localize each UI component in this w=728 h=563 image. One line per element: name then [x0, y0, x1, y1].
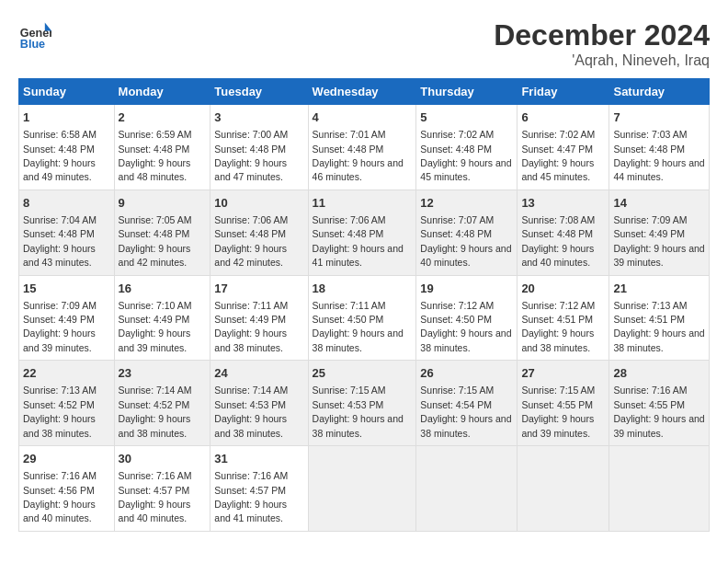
day-info: Sunrise: 7:02 AMSunset: 4:48 PMDaylight:…: [420, 129, 511, 182]
day-info: Sunrise: 7:06 AMSunset: 4:48 PMDaylight:…: [313, 214, 404, 268]
day-info: Sunrise: 7:03 AMSunset: 4:48 PMDaylight:…: [613, 129, 704, 182]
day-info: Sunrise: 7:14 AMSunset: 4:53 PMDaylight:…: [214, 385, 288, 438]
day-info: Sunrise: 7:15 AMSunset: 4:54 PMDaylight:…: [420, 385, 511, 438]
day-number: 1: [23, 109, 110, 126]
day-number: 27: [521, 365, 605, 382]
day-number: 14: [613, 195, 705, 212]
day-number: 19: [420, 281, 513, 297]
calendar-week-row: 8 Sunrise: 7:04 AMSunset: 4:48 PMDayligh…: [19, 190, 710, 275]
day-info: Sunrise: 6:59 AMSunset: 4:48 PMDaylight:…: [119, 129, 192, 182]
day-number: 31: [214, 451, 303, 467]
main-title: December 2024: [494, 18, 710, 52]
day-number: 6: [521, 109, 605, 126]
day-number: 26: [420, 365, 513, 382]
calendar-cell: 8 Sunrise: 7:04 AMSunset: 4:48 PMDayligh…: [19, 190, 115, 275]
calendar-cell: 27 Sunrise: 7:15 AMSunset: 4:55 PMDaylig…: [518, 361, 609, 446]
day-info: Sunrise: 7:01 AMSunset: 4:48 PMDaylight:…: [313, 129, 404, 182]
svg-text:Blue: Blue: [20, 38, 45, 51]
day-info: Sunrise: 7:16 AMSunset: 4:56 PMDaylight:…: [23, 470, 97, 523]
calendar-week-row: 29 Sunrise: 7:16 AMSunset: 4:56 PMDaylig…: [19, 446, 710, 532]
calendar-cell: 17 Sunrise: 7:11 AMSunset: 4:49 PMDaylig…: [210, 275, 308, 361]
day-info: Sunrise: 7:07 AMSunset: 4:48 PMDaylight:…: [420, 214, 511, 268]
calendar-cell: 25 Sunrise: 7:15 AMSunset: 4:53 PMDaylig…: [308, 361, 416, 446]
day-info: Sunrise: 7:11 AMSunset: 4:50 PMDaylight:…: [313, 300, 404, 353]
calendar-week-row: 1 Sunrise: 6:58 AMSunset: 4:48 PMDayligh…: [19, 105, 710, 190]
calendar-cell: 19 Sunrise: 7:12 AMSunset: 4:50 PMDaylig…: [416, 275, 518, 361]
day-number: 24: [214, 365, 303, 382]
calendar-cell: 14 Sunrise: 7:09 AMSunset: 4:49 PMDaylig…: [609, 190, 710, 275]
day-number: 28: [613, 365, 705, 382]
day-number: 23: [119, 365, 207, 382]
calendar-cell: 15 Sunrise: 7:09 AMSunset: 4:49 PMDaylig…: [19, 275, 115, 361]
day-info: Sunrise: 7:16 AMSunset: 4:57 PMDaylight:…: [214, 470, 288, 523]
day-info: Sunrise: 7:08 AMSunset: 4:48 PMDaylight:…: [521, 214, 595, 268]
calendar-cell: 11 Sunrise: 7:06 AMSunset: 4:48 PMDaylig…: [308, 190, 416, 275]
day-number: 8: [23, 195, 110, 212]
day-info: Sunrise: 7:00 AMSunset: 4:48 PMDaylight:…: [214, 129, 288, 182]
day-info: Sunrise: 7:10 AMSunset: 4:49 PMDaylight:…: [119, 300, 192, 353]
day-number: 25: [313, 365, 413, 382]
calendar-cell: 31 Sunrise: 7:16 AMSunset: 4:57 PMDaylig…: [210, 446, 308, 532]
day-info: Sunrise: 7:13 AMSunset: 4:51 PMDaylight:…: [613, 300, 704, 353]
calendar-cell: 10 Sunrise: 7:06 AMSunset: 4:48 PMDaylig…: [210, 190, 308, 275]
day-info: Sunrise: 7:06 AMSunset: 4:48 PMDaylight:…: [214, 214, 288, 268]
day-info: Sunrise: 7:16 AMSunset: 4:55 PMDaylight:…: [613, 385, 704, 438]
calendar-cell: 6 Sunrise: 7:02 AMSunset: 4:47 PMDayligh…: [518, 105, 609, 190]
calendar-table: SundayMondayTuesdayWednesdayThursdayFrid…: [18, 78, 710, 532]
calendar-cell: 13 Sunrise: 7:08 AMSunset: 4:48 PMDaylig…: [518, 190, 609, 275]
day-number: 9: [119, 195, 207, 212]
calendar-cell: 4 Sunrise: 7:01 AMSunset: 4:48 PMDayligh…: [308, 105, 416, 190]
calendar-cell: 20 Sunrise: 7:12 AMSunset: 4:51 PMDaylig…: [518, 275, 609, 361]
day-info: Sunrise: 6:58 AMSunset: 4:48 PMDaylight:…: [23, 129, 97, 182]
day-number: 16: [119, 281, 207, 297]
header-saturday: Saturday: [609, 79, 710, 105]
day-number: 11: [313, 195, 413, 212]
calendar-week-row: 15 Sunrise: 7:09 AMSunset: 4:49 PMDaylig…: [19, 275, 710, 361]
day-info: Sunrise: 7:13 AMSunset: 4:52 PMDaylight:…: [23, 385, 97, 438]
header-monday: Monday: [114, 79, 210, 105]
calendar-cell: 2 Sunrise: 6:59 AMSunset: 4:48 PMDayligh…: [114, 105, 210, 190]
calendar-cell: 18 Sunrise: 7:11 AMSunset: 4:50 PMDaylig…: [308, 275, 416, 361]
calendar-cell: 21 Sunrise: 7:13 AMSunset: 4:51 PMDaylig…: [609, 275, 710, 361]
calendar-cell: 26 Sunrise: 7:15 AMSunset: 4:54 PMDaylig…: [416, 361, 518, 446]
day-number: 17: [214, 281, 303, 297]
day-info: Sunrise: 7:09 AMSunset: 4:49 PMDaylight:…: [23, 300, 97, 353]
day-info: Sunrise: 7:12 AMSunset: 4:51 PMDaylight:…: [521, 300, 595, 353]
header-wednesday: Wednesday: [308, 79, 416, 105]
day-number: 4: [313, 109, 413, 126]
day-number: 18: [313, 281, 413, 297]
day-info: Sunrise: 7:02 AMSunset: 4:47 PMDaylight:…: [521, 129, 595, 182]
page-header: General Blue December 2024 'Aqrah, Ninev…: [18, 18, 710, 69]
calendar-cell: 3 Sunrise: 7:00 AMSunset: 4:48 PMDayligh…: [210, 105, 308, 190]
calendar-cell: 9 Sunrise: 7:05 AMSunset: 4:48 PMDayligh…: [114, 190, 210, 275]
day-info: Sunrise: 7:15 AMSunset: 4:55 PMDaylight:…: [521, 385, 595, 438]
day-number: 30: [119, 451, 207, 467]
calendar-header-row: SundayMondayTuesdayWednesdayThursdayFrid…: [19, 79, 710, 105]
day-info: Sunrise: 7:04 AMSunset: 4:48 PMDaylight:…: [23, 214, 97, 268]
header-sunday: Sunday: [19, 79, 115, 105]
calendar-cell: 29 Sunrise: 7:16 AMSunset: 4:56 PMDaylig…: [19, 446, 115, 532]
day-number: 20: [521, 281, 605, 297]
subtitle: 'Aqrah, Nineveh, Iraq: [494, 52, 710, 69]
day-info: Sunrise: 7:14 AMSunset: 4:52 PMDaylight:…: [119, 385, 192, 438]
calendar-cell: 28 Sunrise: 7:16 AMSunset: 4:55 PMDaylig…: [609, 361, 710, 446]
logo-icon: General Blue: [18, 18, 51, 52]
day-number: 13: [521, 195, 605, 212]
calendar-cell: 30 Sunrise: 7:16 AMSunset: 4:57 PMDaylig…: [114, 446, 210, 532]
calendar-cell: 23 Sunrise: 7:14 AMSunset: 4:52 PMDaylig…: [114, 361, 210, 446]
calendar-cell: 5 Sunrise: 7:02 AMSunset: 4:48 PMDayligh…: [416, 105, 518, 190]
day-info: Sunrise: 7:09 AMSunset: 4:49 PMDaylight:…: [613, 214, 704, 268]
calendar-cell: [609, 446, 710, 532]
day-number: 21: [613, 281, 705, 297]
calendar-cell: [308, 446, 416, 532]
day-number: 7: [613, 109, 705, 126]
header-thursday: Thursday: [416, 79, 518, 105]
day-info: Sunrise: 7:11 AMSunset: 4:49 PMDaylight:…: [214, 300, 288, 353]
day-number: 10: [214, 195, 303, 212]
header-tuesday: Tuesday: [210, 79, 308, 105]
calendar-cell: 7 Sunrise: 7:03 AMSunset: 4:48 PMDayligh…: [609, 105, 710, 190]
day-number: 5: [420, 109, 513, 126]
calendar-cell: [416, 446, 518, 532]
title-block: December 2024 'Aqrah, Nineveh, Iraq: [494, 18, 710, 69]
calendar-week-row: 22 Sunrise: 7:13 AMSunset: 4:52 PMDaylig…: [19, 361, 710, 446]
